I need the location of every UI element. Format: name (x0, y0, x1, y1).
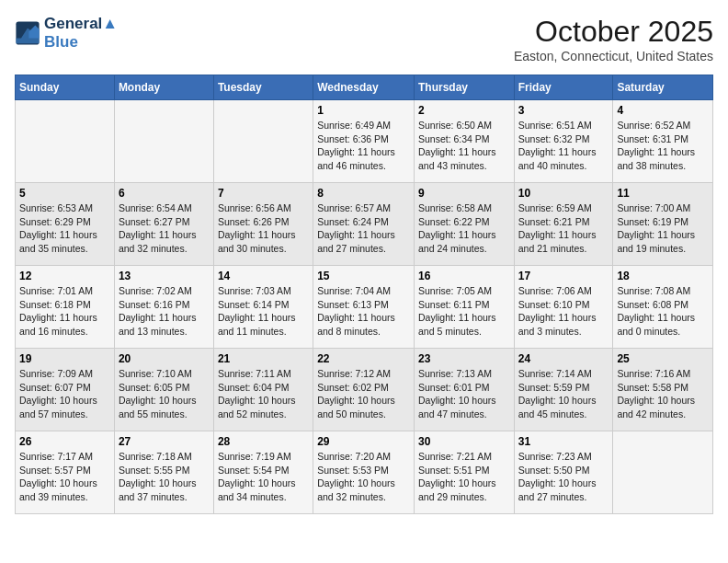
calendar-cell: 11Sunrise: 7:00 AM Sunset: 6:19 PM Dayli… (613, 183, 713, 266)
calendar-cell: 28Sunrise: 7:19 AM Sunset: 5:54 PM Dayli… (213, 431, 313, 514)
calendar-cell: 3Sunrise: 6:51 AM Sunset: 6:32 PM Daylig… (514, 100, 613, 183)
calendar-cell: 13Sunrise: 7:02 AM Sunset: 6:16 PM Dayli… (114, 266, 213, 349)
day-number: 1 (317, 104, 410, 117)
day-number: 8 (317, 187, 410, 200)
day-detail: Sunrise: 6:50 AM Sunset: 6:34 PM Dayligh… (418, 119, 510, 173)
day-number: 15 (317, 270, 410, 282)
day-number: 4 (617, 104, 709, 117)
week-row-2: 5Sunrise: 6:53 AM Sunset: 6:29 PM Daylig… (16, 183, 713, 266)
header-cell-sunday: Sunday (16, 75, 115, 100)
week-row-5: 26Sunrise: 7:17 AM Sunset: 5:57 PM Dayli… (16, 431, 713, 514)
day-number: 23 (418, 352, 510, 365)
day-number: 12 (19, 270, 110, 282)
day-detail: Sunrise: 7:08 AM Sunset: 6:08 PM Dayligh… (617, 284, 709, 339)
day-detail: Sunrise: 7:17 AM Sunset: 5:57 PM Dayligh… (19, 450, 110, 504)
day-number: 21 (218, 352, 309, 365)
calendar-cell: 24Sunrise: 7:14 AM Sunset: 5:59 PM Dayli… (514, 349, 613, 431)
day-number: 27 (119, 435, 210, 448)
header-cell-wednesday: Wednesday (313, 75, 415, 100)
calendar-cell: 26Sunrise: 7:17 AM Sunset: 5:57 PM Dayli… (16, 431, 115, 514)
calendar-cell: 20Sunrise: 7:10 AM Sunset: 6:05 PM Dayli… (114, 349, 213, 431)
logo-text: General▲ Blue (44, 15, 118, 52)
calendar-cell (213, 100, 313, 183)
day-number: 13 (119, 270, 210, 282)
calendar-cell (114, 100, 213, 183)
calendar-cell: 31Sunrise: 7:23 AM Sunset: 5:50 PM Dayli… (514, 431, 613, 514)
calendar-cell: 10Sunrise: 6:59 AM Sunset: 6:21 PM Dayli… (514, 183, 613, 266)
logo: General▲ Blue (15, 15, 118, 52)
day-number: 20 (119, 352, 210, 365)
header-row: SundayMondayTuesdayWednesdayThursdayFrid… (16, 75, 713, 100)
day-number: 18 (617, 270, 709, 282)
day-detail: Sunrise: 7:04 AM Sunset: 6:13 PM Dayligh… (317, 284, 410, 339)
day-detail: Sunrise: 7:20 AM Sunset: 5:53 PM Dayligh… (317, 450, 410, 504)
day-detail: Sunrise: 7:13 AM Sunset: 6:01 PM Dayligh… (418, 367, 510, 421)
calendar-cell: 7Sunrise: 6:56 AM Sunset: 6:26 PM Daylig… (213, 183, 313, 266)
day-number: 29 (317, 435, 410, 448)
calendar-cell: 6Sunrise: 6:54 AM Sunset: 6:27 PM Daylig… (114, 183, 213, 266)
day-detail: Sunrise: 7:02 AM Sunset: 6:16 PM Dayligh… (119, 284, 210, 339)
day-detail: Sunrise: 7:06 AM Sunset: 6:10 PM Dayligh… (518, 284, 609, 339)
day-number: 3 (518, 104, 609, 117)
location: Easton, Connecticut, United States (514, 49, 713, 63)
calendar-cell: 19Sunrise: 7:09 AM Sunset: 6:07 PM Dayli… (16, 349, 115, 431)
calendar-cell: 25Sunrise: 7:16 AM Sunset: 5:58 PM Dayli… (613, 349, 713, 431)
day-detail: Sunrise: 7:05 AM Sunset: 6:11 PM Dayligh… (418, 284, 510, 339)
day-number: 25 (617, 352, 709, 365)
day-detail: Sunrise: 6:59 AM Sunset: 6:21 PM Dayligh… (518, 201, 609, 256)
calendar-cell: 16Sunrise: 7:05 AM Sunset: 6:11 PM Dayli… (414, 266, 514, 349)
day-number: 24 (518, 352, 609, 365)
day-detail: Sunrise: 7:03 AM Sunset: 6:14 PM Dayligh… (218, 284, 309, 339)
calendar-cell: 15Sunrise: 7:04 AM Sunset: 6:13 PM Dayli… (313, 266, 415, 349)
calendar-header: SundayMondayTuesdayWednesdayThursdayFrid… (16, 75, 713, 100)
week-row-1: 1Sunrise: 6:49 AM Sunset: 6:36 PM Daylig… (16, 100, 713, 183)
calendar-cell: 27Sunrise: 7:18 AM Sunset: 5:55 PM Dayli… (114, 431, 213, 514)
header-cell-thursday: Thursday (414, 75, 514, 100)
calendar-cell: 14Sunrise: 7:03 AM Sunset: 6:14 PM Dayli… (213, 266, 313, 349)
calendar-cell (613, 431, 713, 514)
header-cell-monday: Monday (114, 75, 213, 100)
day-detail: Sunrise: 6:54 AM Sunset: 6:27 PM Dayligh… (119, 201, 210, 256)
day-number: 11 (617, 187, 709, 200)
day-detail: Sunrise: 6:58 AM Sunset: 6:22 PM Dayligh… (418, 201, 510, 256)
day-number: 17 (518, 270, 609, 282)
header-cell-saturday: Saturday (613, 75, 713, 100)
day-detail: Sunrise: 6:57 AM Sunset: 6:24 PM Dayligh… (317, 201, 410, 256)
day-number: 28 (218, 435, 309, 448)
calendar-body: 1Sunrise: 6:49 AM Sunset: 6:36 PM Daylig… (16, 100, 713, 514)
day-detail: Sunrise: 6:56 AM Sunset: 6:26 PM Dayligh… (218, 201, 309, 256)
calendar-cell: 21Sunrise: 7:11 AM Sunset: 6:04 PM Dayli… (213, 349, 313, 431)
week-row-3: 12Sunrise: 7:01 AM Sunset: 6:18 PM Dayli… (16, 266, 713, 349)
day-detail: Sunrise: 7:14 AM Sunset: 5:59 PM Dayligh… (518, 367, 609, 421)
day-detail: Sunrise: 7:01 AM Sunset: 6:18 PM Dayligh… (19, 284, 110, 339)
day-detail: Sunrise: 6:53 AM Sunset: 6:29 PM Dayligh… (19, 201, 110, 256)
day-detail: Sunrise: 7:12 AM Sunset: 6:02 PM Dayligh… (317, 367, 410, 421)
day-detail: Sunrise: 6:49 AM Sunset: 6:36 PM Dayligh… (317, 119, 410, 173)
header-cell-tuesday: Tuesday (213, 75, 313, 100)
calendar-cell: 30Sunrise: 7:21 AM Sunset: 5:51 PM Dayli… (414, 431, 514, 514)
day-detail: Sunrise: 7:18 AM Sunset: 5:55 PM Dayligh… (119, 450, 210, 504)
day-number: 19 (19, 352, 110, 365)
calendar-table: SundayMondayTuesdayWednesdayThursdayFrid… (15, 75, 713, 514)
day-detail: Sunrise: 6:52 AM Sunset: 6:31 PM Dayligh… (617, 119, 709, 173)
day-detail: Sunrise: 7:10 AM Sunset: 6:05 PM Dayligh… (119, 367, 210, 421)
week-row-4: 19Sunrise: 7:09 AM Sunset: 6:07 PM Dayli… (16, 349, 713, 431)
day-detail: Sunrise: 7:23 AM Sunset: 5:50 PM Dayligh… (518, 450, 609, 504)
calendar-cell: 23Sunrise: 7:13 AM Sunset: 6:01 PM Dayli… (414, 349, 514, 431)
month-title: October 2025 (514, 15, 713, 49)
calendar-cell: 9Sunrise: 6:58 AM Sunset: 6:22 PM Daylig… (414, 183, 514, 266)
header-cell-friday: Friday (514, 75, 613, 100)
day-number: 30 (418, 435, 510, 448)
calendar-cell: 8Sunrise: 6:57 AM Sunset: 6:24 PM Daylig… (313, 183, 415, 266)
calendar-cell: 2Sunrise: 6:50 AM Sunset: 6:34 PM Daylig… (414, 100, 514, 183)
calendar-cell (16, 100, 115, 183)
day-number: 9 (418, 187, 510, 200)
day-detail: Sunrise: 6:51 AM Sunset: 6:32 PM Dayligh… (518, 119, 609, 173)
day-number: 16 (418, 270, 510, 282)
calendar-cell: 12Sunrise: 7:01 AM Sunset: 6:18 PM Dayli… (16, 266, 115, 349)
calendar-cell: 22Sunrise: 7:12 AM Sunset: 6:02 PM Dayli… (313, 349, 415, 431)
title-block: October 2025 Easton, Connecticut, United… (514, 15, 713, 63)
calendar-cell: 29Sunrise: 7:20 AM Sunset: 5:53 PM Dayli… (313, 431, 415, 514)
day-number: 22 (317, 352, 410, 365)
day-number: 6 (119, 187, 210, 200)
